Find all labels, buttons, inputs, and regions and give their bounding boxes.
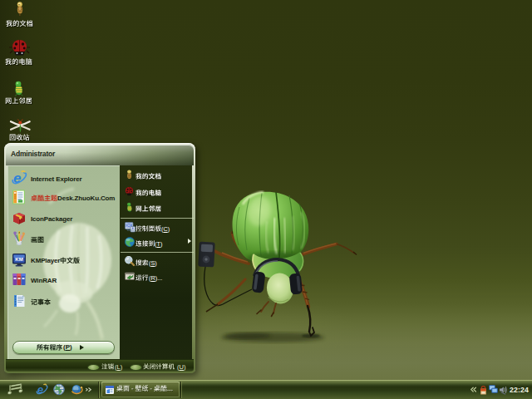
svg-text:KM: KM [15, 257, 22, 262]
